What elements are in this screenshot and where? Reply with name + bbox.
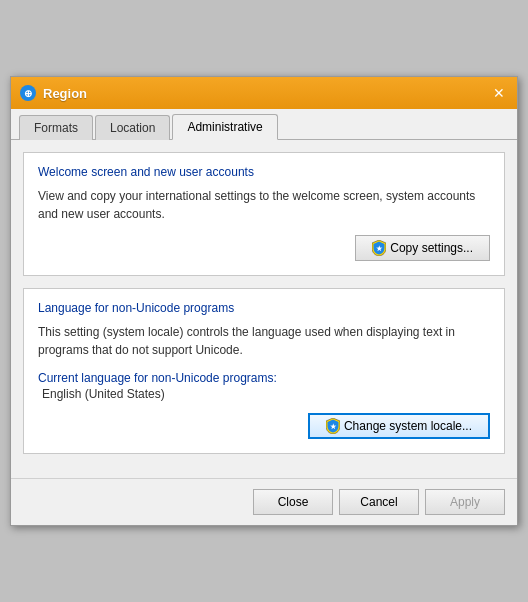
tab-bar: Formats Location Administrative bbox=[11, 109, 517, 140]
language-section: Language for non-Unicode programs This s… bbox=[23, 288, 505, 454]
copy-settings-button[interactable]: ★ Copy settings... bbox=[355, 235, 490, 261]
change-locale-button[interactable]: ★ Change system locale... bbox=[308, 413, 490, 439]
language-section-desc: This setting (system locale) controls th… bbox=[38, 323, 490, 359]
close-button[interactable]: ✕ bbox=[489, 83, 509, 103]
shield-icon-locale: ★ bbox=[326, 418, 340, 434]
close-button-bottom[interactable]: Close bbox=[253, 489, 333, 515]
svg-text:⊕: ⊕ bbox=[24, 88, 32, 99]
region-dialog: ⊕ Region ✕ Formats Location Administrati… bbox=[10, 76, 518, 526]
svg-text:★: ★ bbox=[330, 423, 337, 430]
cancel-button[interactable]: Cancel bbox=[339, 489, 419, 515]
welcome-section-title: Welcome screen and new user accounts bbox=[38, 165, 490, 179]
welcome-btn-row: ★ Copy settings... bbox=[38, 235, 490, 261]
titlebar: ⊕ Region ✕ bbox=[11, 77, 517, 109]
welcome-section: Welcome screen and new user accounts Vie… bbox=[23, 152, 505, 276]
copy-settings-label: Copy settings... bbox=[390, 241, 473, 255]
change-locale-label: Change system locale... bbox=[344, 419, 472, 433]
titlebar-icon: ⊕ bbox=[19, 84, 37, 102]
tab-administrative[interactable]: Administrative bbox=[172, 114, 277, 140]
svg-text:★: ★ bbox=[376, 245, 383, 252]
apply-button[interactable]: Apply bbox=[425, 489, 505, 515]
language-section-title: Language for non-Unicode programs bbox=[38, 301, 490, 315]
tab-location[interactable]: Location bbox=[95, 115, 170, 140]
language-btn-row: ★ Change system locale... bbox=[38, 413, 490, 439]
welcome-section-desc: View and copy your international setting… bbox=[38, 187, 490, 223]
current-language-value: English (United States) bbox=[38, 387, 490, 401]
shield-icon: ★ bbox=[372, 240, 386, 256]
bottom-bar: Close Cancel Apply bbox=[11, 478, 517, 525]
main-content: Welcome screen and new user accounts Vie… bbox=[11, 140, 517, 478]
current-language-label: Current language for non-Unicode program… bbox=[38, 371, 490, 385]
window-title: Region bbox=[43, 86, 489, 101]
tab-formats[interactable]: Formats bbox=[19, 115, 93, 140]
